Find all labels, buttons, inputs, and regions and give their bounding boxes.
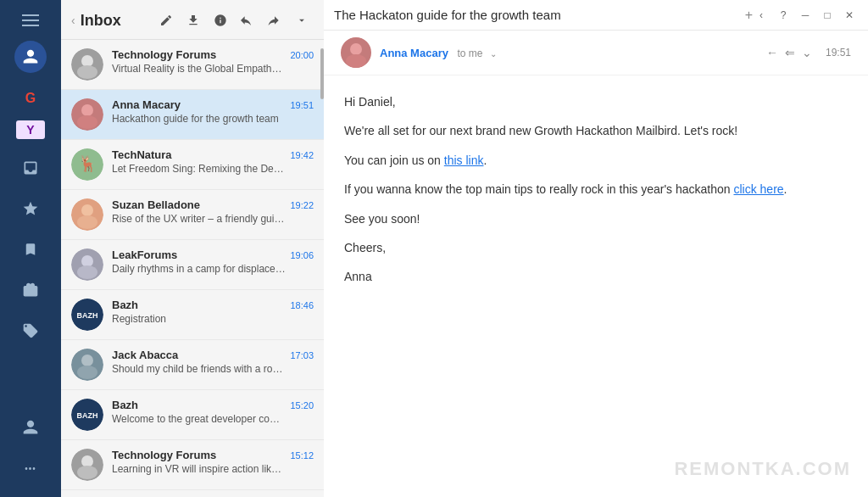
email-time: 18:46 [290, 299, 314, 310]
window-maximize-button[interactable]: □ [819, 7, 836, 24]
email-subject-title: The Hackaton guide for the growth team [334, 8, 738, 22]
email-list-item[interactable]: Jack Abacca Should my child be friends w… [61, 340, 324, 390]
email-avatar [71, 48, 103, 81]
email-list-panel: ‹ Inbox [61, 0, 324, 497]
sidebar-star-icon[interactable] [12, 190, 49, 227]
svg-point-23 [77, 466, 97, 479]
email-subject-preview: Daily rhythms in a camp for displaced pe… [112, 263, 287, 275]
email-avatar [71, 198, 103, 231]
email-content: TechNatura Let Freedom Sing: Remixing th… [112, 148, 287, 175]
sidebar-tag-icon[interactable] [12, 312, 49, 349]
email-subject-preview: Welcome to the great developer commu... [112, 413, 287, 425]
email-line1: We're all set for our next brand new Gro… [344, 121, 848, 140]
info-button[interactable] [209, 8, 232, 32]
email-line3: If you wanna know the top main tips to r… [344, 180, 848, 198]
sidebar-archive-icon[interactable] [12, 271, 49, 309]
email-list-item[interactable]: Technology Forums Learning in VR will in… [61, 440, 324, 490]
svg-point-22 [81, 455, 93, 467]
list-scrollbar[interactable] [320, 40, 324, 497]
svg-point-2 [77, 65, 97, 79]
email-line3-suffix: . [784, 182, 787, 196]
email-list-item[interactable]: Suzan Belladone Rise of the UX writer – … [61, 190, 324, 240]
email-subject-preview: Hackathon guide for the growth team [112, 113, 287, 125]
titlebar: The Hackaton guide for the growth team +… [324, 0, 868, 31]
svg-point-12 [81, 255, 93, 267]
svg-point-4 [81, 104, 93, 116]
email-subject-preview: Virtual Reality is the Global Empathy Ma… [112, 63, 287, 75]
email-action-icons: ← ⇐ ⌄ 19:51 [766, 46, 851, 59]
reply-all-icon[interactable]: ⇐ [785, 46, 795, 59]
window-minimize-button[interactable]: ─ [797, 7, 814, 24]
email-subject-preview: Learning in VR will inspire action like … [112, 463, 287, 475]
more-icon[interactable]: ⌄ [802, 46, 812, 59]
email-time: 17:03 [290, 349, 314, 360]
svg-point-10 [77, 215, 97, 229]
email-list-item[interactable]: Anna Macary Hackathon guide for the grow… [61, 90, 324, 140]
window-back-button[interactable]: ‹ [753, 7, 770, 24]
email-content: Jack Abacca Should my child be friends w… [112, 349, 287, 375]
window-help-button[interactable]: ? [775, 7, 792, 24]
email-time: 19:51 [290, 98, 314, 110]
sidebar: G Y ••• [0, 0, 61, 497]
email-line6: Anna [344, 267, 848, 286]
hamburger-menu-button[interactable] [12, 7, 49, 34]
sidebar-google-icon[interactable]: G [12, 80, 49, 117]
sidebar-bookmark-icon[interactable] [12, 231, 49, 268]
expand-recipients-button[interactable]: ⌄ [490, 49, 497, 59]
this-link[interactable]: this link [444, 154, 484, 167]
google-letter: G [25, 91, 36, 106]
click-here-link[interactable]: click here [733, 182, 783, 196]
reply-icon[interactable]: ← [766, 46, 778, 59]
svg-text:BAZH: BAZH [77, 311, 98, 320]
email-line5: Cheers, [344, 238, 848, 257]
email-time: 19:51 [826, 47, 851, 59]
sidebar-more-icon[interactable]: ••• [12, 450, 49, 487]
inbox-title: Inbox [81, 12, 154, 30]
yahoo-letter: Y [26, 123, 34, 137]
reply-all-button[interactable] [236, 8, 259, 32]
email-content-panel: The Hackaton guide for the growth team +… [324, 0, 868, 497]
email-subject-preview: Let Freedom Sing: Remixing the Declarati… [112, 163, 287, 175]
email-time: 19:22 [290, 198, 314, 210]
window-controls: ‹ ? ─ □ ✕ [753, 7, 858, 24]
email-list-item[interactable]: Technology Forums Virtual Reality is the… [61, 40, 324, 90]
sidebar-inbox-icon[interactable] [12, 149, 49, 187]
forward-button[interactable] [263, 8, 287, 32]
email-subject-preview: Registration [112, 313, 287, 325]
email-list-item[interactable]: Anna Macary How Should We Tax Self Drivi… [61, 490, 324, 497]
compose-button[interactable] [154, 8, 178, 32]
add-tab-button[interactable]: + [745, 8, 753, 23]
sidebar-contact-icon[interactable] [12, 409, 49, 446]
sender-info: Anna Macary to me ⌄ [380, 45, 497, 60]
email-sender: LeakForums [112, 248, 287, 261]
email-content: Bazh Registration [112, 299, 287, 325]
window-close-button[interactable]: ✕ [841, 7, 858, 24]
email-sender: Technology Forums [112, 48, 287, 61]
email-list-item[interactable]: LeakForums Daily rhythms in a camp for d… [61, 240, 324, 290]
email-subject-preview: Should my child be friends with a robot.… [112, 363, 287, 375]
email-content: Anna Macary Hackathon guide for the grow… [112, 98, 287, 125]
sidebar-people-icon[interactable] [14, 41, 47, 73]
svg-point-1 [81, 55, 93, 67]
download-button[interactable] [181, 8, 205, 32]
email-list-item[interactable]: BAZH Bazh Welcome to the great developer… [61, 390, 324, 440]
email-avatar: BAZH [71, 399, 103, 431]
email-sender: Technology Forums [112, 449, 287, 461]
email-content: Suzan Belladone Rise of the UX writer – … [112, 198, 287, 225]
email-list-item[interactable]: 🦌 TechNatura Let Freedom Sing: Remixing … [61, 140, 324, 190]
more-actions-button[interactable] [290, 8, 314, 32]
email-sender: Suzan Belladone [112, 198, 287, 211]
email-content: LeakForums Daily rhythms in a camp for d… [112, 248, 287, 275]
email-avatar [71, 248, 103, 281]
email-list-item[interactable]: BAZH Bazh Registration 18:46 [61, 290, 324, 340]
sidebar-yahoo-icon[interactable]: Y [16, 120, 45, 139]
svg-point-9 [81, 204, 93, 216]
email-line2: You can join us on this link. [344, 151, 848, 170]
email-line3-prefix: If you wanna know the top main tips to r… [344, 182, 733, 196]
email-avatar: BAZH [71, 299, 103, 331]
email-greeting: Hi Daniel, [344, 92, 848, 111]
inbox-header: ‹ Inbox [61, 0, 324, 40]
email-subject-preview: Rise of the UX writer – a friendly guide… [112, 213, 287, 225]
inbox-back-button[interactable]: ‹ [71, 14, 75, 27]
email-line2-suffix: . [483, 154, 487, 167]
